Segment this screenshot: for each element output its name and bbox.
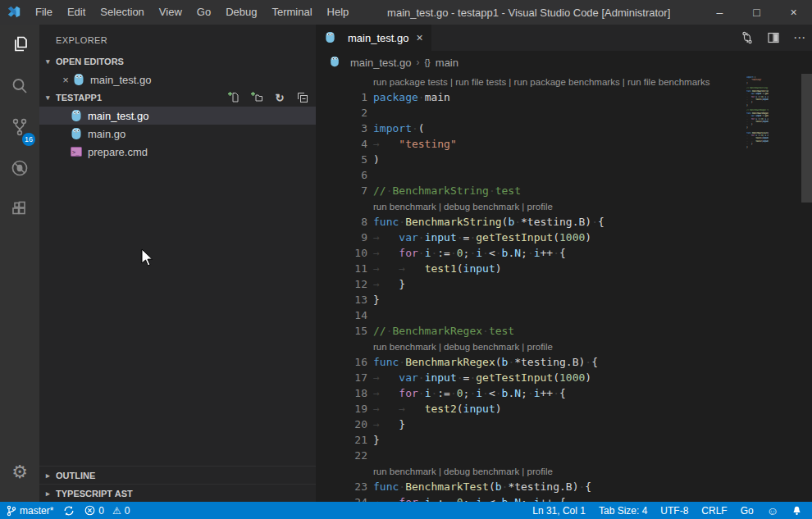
cmd-file-icon: >_ — [70, 145, 83, 158]
codelens-actions[interactable]: run benchmark | debug benchmark | profil… — [316, 339, 812, 354]
line-number: 1 — [316, 89, 367, 105]
minimize-button[interactable]: – — [701, 0, 738, 25]
refresh-icon[interactable]: ↻ — [273, 91, 286, 104]
warning-count: 0 — [125, 505, 130, 517]
maximize-button[interactable]: □ — [738, 0, 775, 25]
breadcrumb-file[interactable]: main_test.go — [350, 57, 411, 69]
feedback-smiley-icon[interactable]: ☺ — [767, 504, 778, 517]
code-line-11: 11→ → test1(input) — [316, 261, 812, 276]
status-bar: master* 0 ⚠ 0 Ln 31, Co — [0, 502, 812, 519]
code-line-1: 1package·main — [316, 89, 812, 105]
line-number: 15 — [316, 323, 367, 339]
vertical-scrollbar[interactable] — [801, 74, 812, 203]
menu-bar: FileEditSelectionViewGoDebugTerminalHelp — [28, 0, 356, 25]
open-editor-main-test-go[interactable]: × main_test.go — [39, 71, 316, 89]
close-editor-icon[interactable]: × — [59, 74, 72, 86]
sidebar-bottom-sections: ▸OUTLINE▸TYPESCRIPT AST — [39, 466, 316, 502]
section-typescript-ast[interactable]: ▸TYPESCRIPT AST — [39, 484, 316, 502]
editor-group: main_test.go × — [316, 25, 812, 502]
code-line-10: 10→ for·i·:=·0;·i·<·b.N;·i++·{ — [316, 245, 812, 261]
scm-badge: 16 — [22, 133, 35, 146]
line-number: 13 — [316, 292, 367, 307]
collapse-all-icon[interactable] — [296, 91, 309, 104]
file-prepare.cmd[interactable]: >_prepare.cmd — [39, 143, 316, 161]
menu-view[interactable]: View — [152, 0, 189, 25]
codelens-actions[interactable]: run benchmark | debug benchmark | profil… — [316, 198, 812, 214]
menu-debug[interactable]: Debug — [218, 0, 264, 25]
line-number: 19 — [316, 401, 367, 417]
git-branch-status[interactable]: master* — [7, 505, 53, 517]
code-area[interactable]: run package tests | run file tests | run… — [316, 74, 812, 502]
cursor-position[interactable]: Ln 31, Col 1 — [532, 505, 586, 517]
tab-main-test-go[interactable]: main_test.go × — [316, 25, 431, 51]
minimap[interactable]: package·mainimport·(→ "testing")//·Bench… — [746, 74, 769, 148]
line-number: 12 — [316, 276, 367, 292]
open-changes-icon[interactable] — [740, 31, 755, 44]
code-line-20: 20→ } — [316, 417, 812, 432]
code-line-24: 24→ for·i·:=·0;·i·<·b.N;·i++·{ — [316, 494, 812, 502]
sync-icon[interactable] — [63, 505, 75, 517]
title-bar: FileEditSelectionViewGoDebugTerminalHelp… — [0, 0, 812, 25]
go-file-icon — [70, 127, 83, 140]
tab-close-icon[interactable]: × — [416, 31, 422, 44]
line-number: 24 — [316, 494, 367, 502]
search-icon[interactable] — [0, 66, 39, 107]
editor-actions: ⋯ — [740, 25, 807, 51]
symbol-icon: {} — [424, 57, 430, 67]
codelens-actions[interactable]: run benchmark | debug benchmark | profil… — [316, 463, 812, 479]
code-line-7: 7//·BenchmarkString·test — [316, 183, 812, 198]
menu-go[interactable]: Go — [189, 0, 218, 25]
extensions-icon[interactable] — [0, 189, 39, 230]
line-number: 4 — [316, 136, 367, 152]
explorer-icon[interactable] — [0, 25, 39, 66]
line-number: 9 — [316, 230, 367, 245]
folder-header-testapp1[interactable]: ▾ TESTAPP1 ↻ — [39, 89, 316, 107]
line-number: 23 — [316, 479, 367, 494]
close-button[interactable]: × — [775, 0, 812, 25]
sidebar-title: EXPLORER — [39, 25, 316, 52]
eol-sequence[interactable]: CRLF — [701, 505, 727, 517]
menu-help[interactable]: Help — [320, 0, 357, 25]
menu-terminal[interactable]: Terminal — [264, 0, 319, 25]
gear-icon[interactable]: ⚙ — [0, 456, 39, 489]
menu-file[interactable]: File — [28, 0, 60, 25]
menu-edit[interactable]: Edit — [60, 0, 93, 25]
encoding[interactable]: UTF-8 — [660, 505, 688, 517]
indentation[interactable]: Tab Size: 4 — [599, 505, 647, 517]
file-main.go[interactable]: main.go — [39, 125, 316, 143]
codelens-actions[interactable]: run package tests | run file tests | run… — [316, 74, 812, 89]
problems-status[interactable]: 0 ⚠ 0 — [84, 505, 130, 517]
code-line-8: 8func·BenchmarkString(b·*testing.B)·{ — [316, 214, 812, 230]
chevron-down-icon: ▾ — [46, 57, 56, 66]
section-outline[interactable]: ▸OUTLINE — [39, 466, 316, 484]
file-main_test.go[interactable]: main_test.go — [39, 107, 316, 125]
vscode-logo-icon — [0, 5, 28, 20]
file-label: main.go — [88, 128, 125, 140]
code-line-23: 23func·BenchmarkTest(b·*testing.B)·{ — [316, 479, 812, 494]
code-line-21: 21} — [316, 432, 812, 448]
split-editor-icon[interactable] — [766, 31, 781, 44]
line-number: 22 — [316, 448, 367, 463]
code-line-3: 3import·( — [316, 121, 812, 136]
code-line-9: 9→ var·input·=·getTestInput(1000) — [316, 230, 812, 245]
source-control-icon[interactable]: 16 — [0, 107, 39, 148]
debug-icon[interactable] — [0, 148, 39, 189]
line-number: 21 — [316, 432, 367, 448]
new-file-icon[interactable] — [227, 91, 240, 104]
code-line-19: 19→ → test2(input) — [316, 401, 812, 417]
line-number: 2 — [316, 105, 367, 121]
code-line-14: 14 — [316, 307, 812, 323]
more-actions-icon[interactable]: ⋯ — [792, 30, 807, 45]
line-number: 18 — [316, 385, 367, 401]
code-lines: run package tests | run file tests | run… — [316, 74, 812, 502]
explorer-toolbar: ↻ — [227, 91, 309, 104]
open-editors-header[interactable]: ▾ OPEN EDITORS — [39, 52, 316, 71]
line-number: 7 — [316, 183, 367, 198]
code-line-18: 18→ for·i·:=·0;·i·<·b.N;·i++·{ — [316, 385, 812, 401]
new-folder-icon[interactable] — [250, 91, 263, 104]
vscode-window: FileEditSelectionViewGoDebugTerminalHelp… — [0, 0, 812, 519]
language-mode[interactable]: Go — [741, 505, 754, 517]
breadcrumb-symbol[interactable]: main — [436, 57, 458, 69]
menu-selection[interactable]: Selection — [93, 0, 151, 25]
notifications-bell-icon[interactable] — [791, 505, 802, 517]
